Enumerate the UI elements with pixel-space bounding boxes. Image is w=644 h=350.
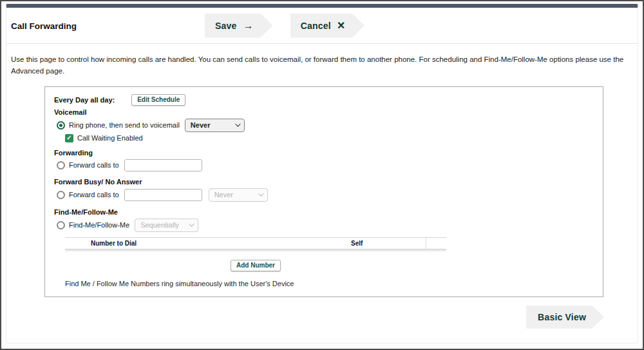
header: Call Forwarding Save → Cancel × — [6, 8, 638, 43]
cancel-button-top[interactable]: Cancel × — [290, 14, 365, 38]
forward-busy-timeout-value: Never — [214, 191, 233, 199]
find-me-note: Find Me / Follow Me Numbers ring simulta… — [65, 280, 594, 287]
table-footer-strip — [65, 249, 446, 251]
header-buttons: Save → Cancel × — [205, 14, 365, 38]
voicemail-timeout-value: Never — [191, 121, 211, 129]
table-blank-cell — [426, 237, 446, 249]
page: Call Forwarding Save → Cancel × Use this… — [0, 0, 644, 350]
find-me-heading: Find-Me/Follow-Me — [54, 208, 594, 216]
basic-view-row: Basic View — [6, 306, 638, 329]
basic-view-label: Basic View — [538, 312, 586, 322]
forwarding-row: Forward calls to — [57, 159, 594, 171]
call-waiting-checkbox[interactable]: ✓ — [65, 134, 73, 142]
save-button-label: Save — [215, 21, 237, 31]
find-me-radio[interactable] — [57, 221, 65, 229]
forwarding-heading: Forwarding — [54, 149, 594, 157]
page-title: Call Forwarding — [11, 21, 77, 30]
chevron-down-icon — [235, 121, 240, 126]
table-header-number-to-dial: Number to Dial — [88, 237, 348, 249]
call-waiting-row: ✓ Call Waiting Enabled — [65, 134, 594, 142]
header-divider — [6, 43, 638, 44]
checkmark-icon: ✓ — [66, 135, 71, 141]
basic-view-button[interactable]: Basic View — [526, 306, 604, 329]
schedule-row: Every Day all day: Edit Schedule — [54, 94, 594, 106]
forward-calls-label: Forward calls to — [69, 161, 119, 169]
voicemail-heading: Voicemail — [54, 108, 594, 116]
chevron-down-icon — [189, 221, 194, 226]
forward-busy-number-input[interactable] — [124, 189, 202, 201]
edit-schedule-button[interactable]: Edit Schedule — [131, 94, 185, 106]
find-me-mode-value: Sequentially — [140, 221, 179, 229]
schedule-label: Every Day all day: — [54, 96, 115, 104]
voicemail-ring-row: Ring phone, then send to voicemail Never — [57, 119, 594, 132]
forward-busy-radio[interactable] — [57, 191, 65, 199]
forward-busy-timeout-select: Never — [209, 188, 268, 202]
close-x-icon: × — [337, 19, 345, 32]
forward-number-input[interactable] — [124, 159, 202, 171]
table-blank-cell — [65, 237, 88, 249]
content-card: Call Forwarding Save → Cancel × Use this… — [6, 4, 638, 344]
add-number-row: Add Number — [65, 258, 446, 271]
find-me-table-header-row: Number to Dial Self — [65, 237, 446, 249]
arrow-right-icon: → — [243, 21, 254, 31]
voicemail-timeout-select[interactable]: Never — [185, 119, 245, 132]
find-me-mode-select: Sequentially — [135, 219, 198, 232]
table-header-self: Self — [348, 237, 426, 249]
ring-phone-radio[interactable] — [57, 121, 65, 130]
call-waiting-label: Call Waiting Enabled — [77, 134, 143, 142]
forward-calls-radio[interactable] — [57, 161, 65, 170]
ring-phone-label: Ring phone, then send to voicemail — [69, 121, 180, 129]
forward-busy-heading: Forward Busy/ No Answer — [54, 178, 594, 186]
intro-text: Use this page to control how incoming ca… — [11, 54, 631, 77]
chevron-down-icon — [258, 191, 263, 196]
settings-panel: Every Day all day: Edit Schedule Voicema… — [44, 86, 603, 297]
find-me-row: Find-Me/Follow-Me Sequentially — [57, 219, 594, 232]
find-me-table: Number to Dial Self — [65, 237, 446, 251]
cancel-button-label: Cancel — [301, 21, 331, 31]
forward-busy-label: Forward calls to — [69, 191, 119, 199]
save-button-top[interactable]: Save → — [205, 14, 273, 38]
forward-busy-row: Forward calls to Never — [57, 188, 594, 202]
find-me-label: Find-Me/Follow-Me — [69, 221, 129, 229]
add-number-button[interactable]: Add Number — [231, 260, 281, 271]
